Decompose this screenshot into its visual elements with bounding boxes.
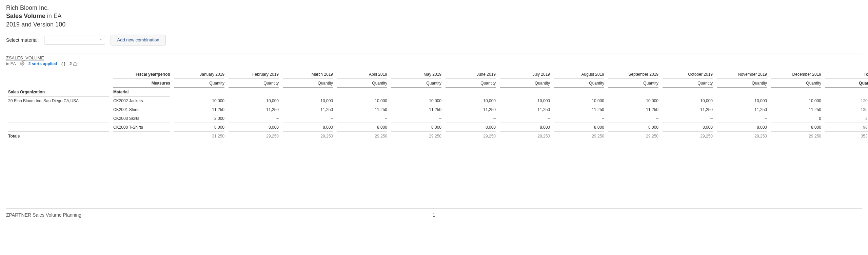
header-row-dimensions: Sales Organization Material	[6, 88, 862, 96]
col-header-month[interactable]: February 2019	[226, 70, 281, 79]
value-cell[interactable]: –	[443, 114, 498, 123]
value-cell[interactable]: 10,000	[606, 96, 660, 105]
value-cell[interactable]: 10,000	[715, 96, 769, 105]
sorts-applied-link[interactable]: 2 sorts applied	[28, 61, 57, 66]
value-cell[interactable]: 11,250	[389, 105, 443, 114]
header-row-periods: Fiscal year/period January 2019 February…	[6, 70, 862, 79]
report-title-bold: Sales Volume	[6, 13, 45, 19]
value-cell[interactable]: 8,000	[660, 123, 715, 132]
sales-org-cell[interactable]: 20 Rich Bloom Inc, San Diego,CA,USA	[6, 96, 111, 105]
col-header-totals[interactable]: Totals	[823, 70, 868, 79]
table-meta-row: in EA 2 sorts applied { } 2	[6, 61, 862, 67]
value-cell[interactable]: 11,250	[552, 105, 606, 114]
value-cell[interactable]: 10,000	[389, 96, 443, 105]
column-total-cell: 29,250	[443, 132, 498, 141]
col-header-month[interactable]: April 2019	[335, 70, 389, 79]
value-cell[interactable]: 11,250	[769, 105, 823, 114]
col-header-month[interactable]: October 2019	[660, 70, 715, 79]
col-header-month[interactable]: November 2019	[715, 70, 769, 79]
value-cell[interactable]: 11,250	[715, 105, 769, 114]
value-cell[interactable]: 10,000	[498, 96, 552, 105]
add-new-combination-button[interactable]: Add new combination	[111, 35, 165, 45]
col-header-month[interactable]: May 2019	[389, 70, 443, 79]
value-cell[interactable]: 10,000	[172, 96, 226, 105]
value-cell[interactable]: –	[552, 114, 606, 123]
table-row: CK2000 T-Shirts 8,000 8,000 8,000 8,000 …	[6, 123, 862, 132]
value-cell[interactable]: –	[335, 114, 389, 123]
footer-left-text: ZPARTNER Sales Volume Planning	[6, 212, 81, 218]
value-cell[interactable]: 11,250	[335, 105, 389, 114]
value-cell[interactable]: 8,000	[281, 123, 335, 132]
row-total-cell: 135,000	[823, 105, 868, 114]
value-cell[interactable]: 10,000	[226, 96, 281, 105]
value-cell[interactable]: –	[498, 114, 552, 123]
sales-org-label[interactable]: Sales Organization	[6, 88, 111, 96]
col-header-month[interactable]: December 2019	[769, 70, 823, 79]
material-cell[interactable]: CK2002 Jackets	[111, 96, 172, 105]
measures-label: Measures	[111, 79, 172, 88]
value-cell[interactable]: 8,000	[226, 123, 281, 132]
value-cell[interactable]: 8,000	[715, 123, 769, 132]
col-header-month[interactable]: July 2019	[498, 70, 552, 79]
value-cell[interactable]: 10,000	[769, 96, 823, 105]
measure-quantity: Quantity	[498, 79, 552, 88]
warnings-count: 2	[70, 61, 72, 66]
value-cell[interactable]: –	[660, 114, 715, 123]
fiscal-year-period-label: Fiscal year/period	[111, 70, 172, 79]
value-cell[interactable]: 11,250	[226, 105, 281, 114]
col-header-month[interactable]: June 2019	[443, 70, 498, 79]
value-cell[interactable]: –	[606, 114, 660, 123]
sales-org-cell	[6, 123, 111, 132]
material-cell[interactable]: CK2001 Shirts	[111, 105, 172, 114]
value-cell[interactable]: –	[281, 114, 335, 123]
value-cell[interactable]: 8,000	[498, 123, 552, 132]
value-cell[interactable]: 8,000	[172, 123, 226, 132]
value-cell[interactable]: 10,000	[335, 96, 389, 105]
report-subtitle: 2019 and Version 100	[6, 20, 862, 29]
material-cell[interactable]: CK2000 T-Shirts	[111, 123, 172, 132]
value-cell[interactable]: –	[226, 114, 281, 123]
measure-quantity: Quantity	[281, 79, 335, 88]
value-cell[interactable]: 8,000	[769, 123, 823, 132]
value-cell[interactable]: 8,000	[443, 123, 498, 132]
value-cell[interactable]: 11,250	[172, 105, 226, 114]
unit-label: in EA	[6, 61, 16, 66]
column-total-cell: 29,250	[769, 132, 823, 141]
value-cell[interactable]: 11,250	[606, 105, 660, 114]
page-footer: ZPARTNER Sales Volume Planning 1	[6, 208, 862, 220]
material-label[interactable]: Material	[111, 88, 172, 96]
value-cell[interactable]: 8,000	[389, 123, 443, 132]
value-cell[interactable]: 8,000	[606, 123, 660, 132]
warnings-indicator[interactable]: 2	[70, 61, 77, 66]
value-cell[interactable]: 11,250	[281, 105, 335, 114]
column-total-cell: 29,250	[715, 132, 769, 141]
value-cell[interactable]: 10,000	[660, 96, 715, 105]
material-cell[interactable]: CK2003 Skirts	[111, 114, 172, 123]
material-combobox[interactable]	[44, 36, 105, 44]
col-header-month[interactable]: September 2019	[606, 70, 660, 79]
column-total-cell: 29,250	[226, 132, 281, 141]
column-total-cell: 29,250	[335, 132, 389, 141]
value-cell[interactable]: –	[715, 114, 769, 123]
company-name: Rich Bloom Inc.	[6, 4, 862, 12]
value-cell[interactable]: 11,250	[498, 105, 552, 114]
gear-icon[interactable]	[20, 61, 24, 67]
data-grid: Fiscal year/period January 2019 February…	[6, 70, 862, 141]
value-cell[interactable]: 10,000	[443, 96, 498, 105]
value-cell[interactable]: 10,000	[281, 96, 335, 105]
col-header-month[interactable]: January 2019	[172, 70, 226, 79]
braces-icon[interactable]: { }	[61, 61, 65, 66]
value-cell[interactable]: 2,000	[172, 114, 226, 123]
value-cell[interactable]: 8,000	[335, 123, 389, 132]
measure-quantity: Quantity	[769, 79, 823, 88]
value-cell[interactable]: 10,000	[552, 96, 606, 105]
value-cell[interactable]: –	[389, 114, 443, 123]
col-header-month[interactable]: March 2019	[281, 70, 335, 79]
value-cell[interactable]: 11,250	[443, 105, 498, 114]
measure-quantity: Quantity	[660, 79, 715, 88]
value-cell[interactable]: 11,250	[660, 105, 715, 114]
value-cell[interactable]: 8,000	[552, 123, 606, 132]
value-cell[interactable]: 0	[769, 114, 823, 123]
measure-quantity: Quantity	[172, 79, 226, 88]
col-header-month[interactable]: August 2019	[552, 70, 606, 79]
